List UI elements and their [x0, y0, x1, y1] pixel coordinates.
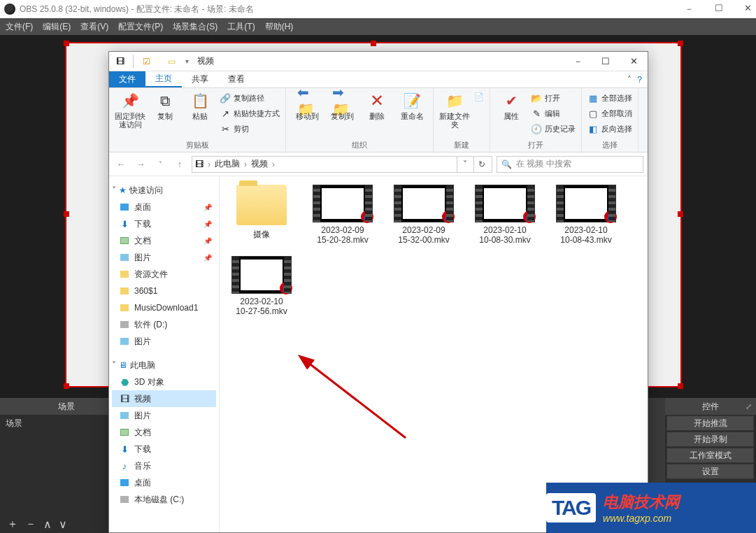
nav-pictures[interactable]: 图片📌: [112, 249, 216, 266]
resize-handle[interactable]: [64, 383, 69, 389]
rename-button[interactable]: 📝重命名: [397, 91, 427, 120]
add-button[interactable]: ＋: [7, 517, 18, 532]
addr-dropdown-button[interactable]: ˅: [457, 157, 472, 172]
nav-local-disk-c[interactable]: 本地磁盘 (C:): [112, 491, 216, 508]
start-stream-button[interactable]: 开始推流: [666, 415, 754, 431]
refresh-button[interactable]: ↻: [473, 157, 489, 172]
nav-pictures[interactable]: 图片: [112, 407, 216, 424]
ribbon-help-icon[interactable]: ?: [637, 75, 642, 85]
address-bar[interactable]: 🎞 › 此电脑 › 视频 › ˅ ↻: [192, 156, 492, 173]
menu-tools[interactable]: 工具(T): [227, 21, 255, 33]
pin-quick-access-button[interactable]: 📌固定到快速访问: [115, 91, 145, 129]
remove-button[interactable]: －: [25, 517, 36, 532]
explorer-titlebar[interactable]: 🎞 ☑ ▭ ▾ 视频 － ☐ ✕: [109, 52, 648, 71]
cut-button[interactable]: ✂剪切: [220, 122, 280, 136]
menu-help[interactable]: 帮助(H): [265, 21, 294, 33]
nav-videos[interactable]: 🎞视频: [112, 390, 216, 407]
open-button[interactable]: 📂打开: [531, 91, 576, 105]
video-file-item[interactable]: ▶2023-02-0915-32-00.mkv: [387, 185, 460, 245]
paste-shortcut-button[interactable]: ↗粘贴快捷方式: [220, 106, 280, 120]
nav-downloads[interactable]: ⬇下载: [112, 441, 216, 457]
copy-to-icon: ➡📁: [332, 91, 352, 111]
resize-handle[interactable]: [64, 41, 69, 46]
nav-folder[interactable]: 资源文件: [112, 266, 216, 283]
forward-button[interactable]: →: [133, 157, 148, 172]
copy-path-button[interactable]: 🔗复制路径: [220, 91, 280, 105]
menu-view[interactable]: 查看(V): [80, 21, 108, 33]
breadcrumb-current[interactable]: 视频: [251, 158, 268, 170]
studio-mode-button[interactable]: 工作室模式: [666, 448, 754, 463]
obs-maximize-button[interactable]: ☐: [715, 3, 723, 15]
obs-minimize-button[interactable]: －: [685, 3, 694, 15]
obs-close-button[interactable]: ✕: [744, 3, 752, 15]
nav-desktop[interactable]: 桌面: [112, 474, 216, 491]
invert-selection-button[interactable]: ◧反向选择: [587, 122, 632, 136]
popout-icon[interactable]: ⤢: [746, 402, 752, 411]
search-input[interactable]: 🔍 在 视频 中搜索: [497, 156, 643, 173]
nav-documents[interactable]: 文档📌: [112, 232, 216, 249]
copy-button[interactable]: ⧉复制: [150, 91, 180, 120]
pin-icon: 📌: [204, 204, 216, 211]
nav-music[interactable]: ♪音乐: [112, 457, 216, 474]
move-up-button[interactable]: ∧: [43, 518, 52, 531]
exp-minimize-button[interactable]: －: [564, 52, 592, 71]
qat-newfolder-icon[interactable]: ▭: [164, 55, 178, 69]
nav-documents[interactable]: 文档: [112, 424, 216, 441]
nav-downloads[interactable]: ⬇下载📌: [112, 215, 216, 232]
properties-button[interactable]: ✔属性: [496, 91, 527, 120]
folder-item[interactable]: 摄像: [225, 185, 298, 245]
video-file-item[interactable]: ▶2023-02-1010-08-30.mkv: [469, 185, 541, 245]
nav-folder[interactable]: 360$1: [112, 283, 216, 299]
recent-button[interactable]: ˅: [152, 157, 168, 172]
navigation-pane[interactable]: ˅★快速访问 桌面📌 ⬇下载📌 文档📌 图片📌 资源文件 360$1 Music…: [109, 176, 220, 532]
select-none-button[interactable]: ▢全部取消: [587, 106, 632, 120]
video-file-item[interactable]: ▶2023-02-1010-08-43.mkv: [550, 185, 622, 245]
history-button[interactable]: 🕘历史记录: [531, 122, 576, 136]
video-file-item[interactable]: ▶2023-02-1010-27-56.mkv: [225, 256, 298, 316]
move-to-button[interactable]: ⬅📁移动到: [292, 91, 322, 120]
resize-handle[interactable]: [678, 383, 683, 389]
nav-folder[interactable]: MusicDownload1: [112, 299, 216, 316]
delete-button[interactable]: ✕删除: [362, 91, 392, 120]
quick-access-header[interactable]: ˅★快速访问: [112, 182, 216, 199]
obs-menubar: 文件(F) 编辑(E) 查看(V) 配置文件(P) 场景集合(S) 工具(T) …: [0, 18, 756, 35]
breadcrumb-root[interactable]: 此电脑: [215, 158, 240, 170]
exp-maximize-button[interactable]: ☐: [592, 52, 620, 71]
paste-button[interactable]: 📋粘贴: [185, 91, 215, 120]
new-folder-button[interactable]: 📁新建文件夹: [439, 91, 470, 129]
menu-edit[interactable]: 编辑(E): [43, 21, 71, 33]
this-pc-header[interactable]: ˅🖥此电脑: [112, 357, 216, 374]
resize-handle[interactable]: [678, 41, 683, 46]
nav-3d-objects[interactable]: ⬣3D 对象: [112, 374, 216, 390]
menu-profile[interactable]: 配置文件(P): [118, 21, 163, 33]
move-down-button[interactable]: ∨: [59, 518, 67, 531]
video-file-item[interactable]: ▶2023-02-0915-20-28.mkv: [306, 185, 379, 245]
select-all-button[interactable]: ▦全部选择: [587, 91, 632, 105]
menu-scenes[interactable]: 场景集合(S): [173, 21, 217, 33]
ribbon-collapse-icon[interactable]: ˄: [627, 75, 632, 85]
tab-file[interactable]: 文件: [109, 71, 145, 87]
start-record-button[interactable]: 开始录制: [666, 432, 754, 447]
select-none-icon: ▢: [587, 108, 599, 119]
resize-handle[interactable]: [371, 41, 376, 46]
nav-desktop[interactable]: 桌面📌: [112, 199, 216, 215]
watermark-cn: 电脑技术网: [603, 492, 680, 513]
resize-handle[interactable]: [678, 211, 683, 217]
edit-button[interactable]: ✎编辑: [531, 106, 576, 120]
nav-drive[interactable]: 软件 (D:): [112, 316, 216, 333]
nav-pictures[interactable]: 图片: [112, 333, 216, 350]
exp-close-button[interactable]: ✕: [620, 52, 648, 71]
menu-file[interactable]: 文件(F): [6, 21, 33, 33]
settings-button[interactable]: 设置: [666, 464, 754, 479]
back-button[interactable]: ←: [113, 157, 129, 172]
tab-share[interactable]: 共享: [182, 71, 218, 87]
new-item-icon[interactable]: 📄: [474, 92, 484, 101]
qat-properties-icon[interactable]: ☑: [139, 55, 153, 69]
resize-handle[interactable]: [64, 211, 69, 217]
copy-to-button[interactable]: ➡📁复制到: [327, 91, 357, 120]
up-button[interactable]: ↑: [172, 157, 187, 172]
files-view[interactable]: 摄像 ▶2023-02-0915-20-28.mkv ▶2023-02-0915…: [220, 176, 648, 532]
qat-dropdown-icon[interactable]: ▾: [185, 57, 189, 65]
tab-home[interactable]: 主页: [145, 71, 182, 87]
tab-view[interactable]: 查看: [218, 71, 255, 87]
